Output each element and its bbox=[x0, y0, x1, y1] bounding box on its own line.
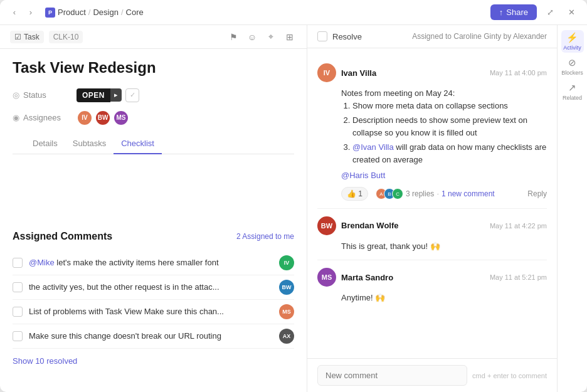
breadcrumb-design[interactable]: Design bbox=[93, 8, 118, 17]
item-text: @Mike let's make the activity items here… bbox=[29, 258, 273, 267]
comment-username: Brendan Wolfe bbox=[341, 221, 485, 230]
status-badge: OPEN ▸ ✓ bbox=[77, 88, 139, 102]
sidebar-blockers[interactable]: ⊘ Blockers bbox=[561, 55, 584, 78]
comment-time: May 11 at 4:00 pm bbox=[490, 69, 547, 77]
avatar[interactable]: BW bbox=[95, 110, 111, 126]
check-icon: ✓ bbox=[130, 91, 135, 99]
replies-count[interactable]: 3 replies bbox=[406, 189, 434, 198]
activity-sidebar: ⚡ Activity ⊘ Blockers ↗ Related bbox=[557, 25, 587, 392]
comment-username: Marta Sandro bbox=[341, 273, 485, 282]
avatar: IV bbox=[279, 255, 294, 270]
mention-text: @Mike bbox=[29, 258, 55, 267]
task-tag-icon: ☑ bbox=[14, 33, 21, 41]
breadcrumb-core[interactable]: Core bbox=[126, 8, 144, 17]
avatar: IV bbox=[317, 63, 336, 82]
share-button[interactable]: ↑ Share bbox=[490, 4, 537, 20]
tabs-row: Details Subtasks Checklist bbox=[13, 134, 294, 154]
sidebar-activity[interactable]: ⚡ Activity bbox=[561, 30, 584, 53]
activity-icon: ⚡ bbox=[566, 32, 578, 43]
list-item: Show more meta data on collapse sections bbox=[352, 100, 547, 112]
tag-icon[interactable]: ⌖ bbox=[264, 30, 278, 44]
status-label: ◎ Status bbox=[13, 90, 69, 100]
comment-footer: 👍 1 A B C 3 replies · 1 new co bbox=[317, 187, 547, 201]
item-text: Make sure this change doesn't break our … bbox=[29, 331, 273, 341]
comment-input-area: cmd + enter to comment bbox=[307, 358, 557, 392]
comment-header: MS Marta Sandro May 11 at 5:21 pm bbox=[317, 268, 547, 287]
flag-icon[interactable]: ⚑ bbox=[226, 30, 240, 44]
assigned-badge[interactable]: 2 Assigned to me bbox=[236, 232, 294, 241]
left-panel: ☑ Task CLK-10 ⚑ ☺ ⌖ ⊞ Task View Redesign… bbox=[0, 25, 307, 392]
resolve-checkbox[interactable] bbox=[317, 31, 327, 41]
forward-button[interactable]: › bbox=[24, 6, 38, 19]
tab-subtasks[interactable]: Subtasks bbox=[65, 134, 114, 154]
list-item: the activity yes, but the other request … bbox=[13, 275, 294, 300]
item-checkbox[interactable] bbox=[13, 282, 23, 292]
assigned-to-text: Assigned to Caroline Ginty by Alexander bbox=[412, 32, 547, 41]
status-arrow[interactable]: ▸ bbox=[110, 88, 122, 102]
task-tag: ☑ Task bbox=[10, 31, 44, 43]
activity-label: Activity bbox=[563, 45, 581, 51]
item-checkbox[interactable] bbox=[13, 307, 23, 317]
item-text: the activity yes, but the other request … bbox=[29, 282, 273, 292]
comment-body: Notes from meeting on May 24: Show more … bbox=[317, 87, 547, 182]
avatar: MS bbox=[279, 304, 294, 319]
comment-body: Anytime! 🙌 bbox=[317, 292, 547, 304]
breadcrumb-sep1: / bbox=[88, 8, 91, 17]
comment-input[interactable] bbox=[317, 365, 467, 386]
task-title: Task View Redesign bbox=[13, 59, 294, 77]
section-header: Assigned Comments 2 Assigned to me bbox=[13, 231, 294, 242]
assignees-label: ◉ Assignees bbox=[13, 113, 69, 122]
comment-username: Ivan Villa bbox=[341, 68, 485, 78]
share-icon: ↑ bbox=[499, 8, 504, 17]
section-title: Assigned Comments bbox=[13, 231, 112, 242]
comments-scroll: IV Ivan Villa May 11 at 4:00 pm Notes fr… bbox=[307, 48, 557, 358]
tab-checklist[interactable]: Checklist bbox=[114, 134, 162, 154]
reaction-button[interactable]: 👍 1 bbox=[341, 187, 368, 201]
mention-text: @Haris Butt bbox=[341, 171, 385, 180]
tab-details[interactable]: Details bbox=[25, 134, 65, 154]
checklist-section: Assigned Comments 2 Assigned to me @Mike… bbox=[0, 221, 307, 393]
reply-group: A B C 3 replies · 1 new comment bbox=[376, 188, 495, 199]
new-comment-badge[interactable]: 1 new comment bbox=[442, 189, 495, 198]
list-item: @Ivan Villa will grab data on how many c… bbox=[352, 141, 547, 166]
image-icon[interactable]: ⊞ bbox=[283, 30, 297, 44]
reply-button[interactable]: Reply bbox=[527, 189, 547, 198]
breadcrumb-product[interactable]: Product bbox=[58, 8, 86, 17]
comment-list: Show more meta data on collapse sections… bbox=[341, 100, 547, 166]
comment-block: BW Brendan Wolfe May 11 at 4:22 pm This … bbox=[317, 209, 547, 261]
item-checkbox[interactable] bbox=[13, 258, 23, 268]
comment-body: This is great, thank you! 🙌 bbox=[317, 240, 547, 253]
assignees-list: IV BW MS bbox=[77, 110, 129, 126]
resolve-bar: Resolve Assigned to Caroline Ginty by Al… bbox=[307, 25, 557, 48]
resolve-label[interactable]: Resolve bbox=[332, 32, 407, 41]
list-item: Description needs to show some preview t… bbox=[352, 114, 547, 139]
comment-header: IV Ivan Villa May 11 at 4:00 pm bbox=[317, 63, 547, 82]
avatar[interactable]: MS bbox=[113, 110, 129, 126]
titlebar: ‹ › P Product / Design / Core ↑ Share ⤢ … bbox=[0, 0, 587, 25]
sidebar-related[interactable]: ↗ Related bbox=[561, 80, 584, 103]
blockers-icon: ⊘ bbox=[568, 57, 576, 68]
status-check[interactable]: ✓ bbox=[125, 88, 139, 102]
right-inner: Resolve Assigned to Caroline Ginty by Al… bbox=[307, 25, 587, 392]
avatar[interactable]: IV bbox=[77, 110, 93, 126]
assignees-row: ◉ Assignees IV BW MS bbox=[13, 110, 294, 126]
mention-text: @Ivan Villa bbox=[352, 142, 394, 152]
task-content: Task View Redesign ◎ Status OPEN ▸ ✓ bbox=[0, 49, 307, 221]
emoji-icon[interactable]: ☺ bbox=[245, 30, 259, 44]
back-button[interactable]: ‹ bbox=[8, 6, 21, 19]
task-toolbar: ☑ Task CLK-10 ⚑ ☺ ⌖ ⊞ bbox=[0, 25, 307, 49]
expand-button[interactable]: ⤢ bbox=[542, 4, 558, 21]
item-text: List of problems with Task View Make sur… bbox=[29, 307, 273, 316]
show-resolved-link[interactable]: Show 10 resolved bbox=[13, 356, 294, 366]
comment-block: MS Marta Sandro May 11 at 5:21 pm Anytim… bbox=[317, 260, 547, 312]
item-checkbox[interactable] bbox=[13, 331, 23, 341]
breadcrumb-sep2: / bbox=[121, 8, 124, 17]
close-button[interactable]: ✕ bbox=[563, 4, 579, 21]
status-icon: ◎ bbox=[13, 90, 19, 100]
related-label: Related bbox=[563, 95, 582, 101]
main-content: ☑ Task CLK-10 ⚑ ☺ ⌖ ⊞ Task View Redesign… bbox=[0, 25, 587, 392]
person-icon: ◉ bbox=[13, 113, 19, 122]
list-item: @Mike let's make the activity items here… bbox=[13, 251, 294, 275]
comment-time: May 11 at 5:21 pm bbox=[490, 273, 547, 281]
avatar: BW bbox=[279, 280, 294, 295]
